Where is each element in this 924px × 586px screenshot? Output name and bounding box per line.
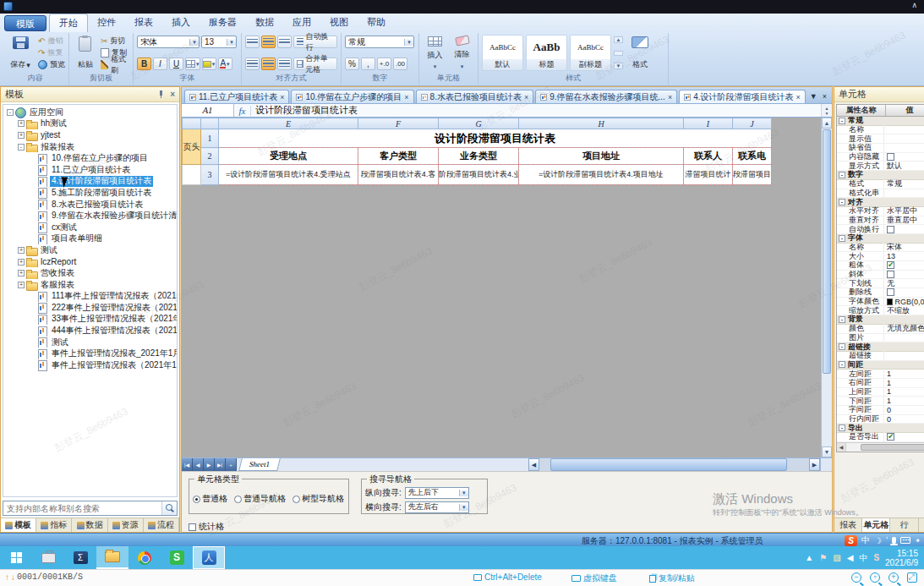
right-panel-tab[interactable]: 列 [919,518,924,532]
horizontal-search-select[interactable]: 先左后右▾ [405,501,469,513]
tab-list-icon[interactable]: ▼ [810,92,817,101]
property-value[interactable]: 1 [884,370,924,378]
sheet-cell[interactable]: 段滞留项目统计表4.客 [358,165,439,185]
taskbar-chrome-app[interactable] [128,546,161,569]
last-sheet-icon[interactable]: ▶| [215,458,226,471]
tree-expander-icon[interactable]: - [7,109,14,116]
scroll-box-icon[interactable] [614,51,623,56]
close-icon[interactable]: × [404,93,408,101]
column-header[interactable]: H [519,118,684,129]
ribbon-tab[interactable]: 插入 [162,14,200,32]
collapse-section-icon[interactable]: - [839,235,845,242]
add-sheet-icon[interactable]: + [226,458,237,471]
next-sheet-icon[interactable]: ▶ [204,458,215,471]
property-value[interactable] [884,153,924,161]
property-value[interactable]: 垂直居中 [884,215,924,226]
decrease-decimal-button[interactable]: .00 [393,58,407,70]
scroll-up-icon[interactable]: ▲ [822,118,832,129]
property-value[interactable]: 默认 [884,161,924,172]
zoom-out-icon[interactable]: − [851,572,861,583]
scroll-up-icon[interactable]: ▲ [614,36,623,43]
band-empty-cell[interactable] [183,165,201,185]
zoom-reset-icon[interactable]: ▫ [870,572,880,583]
collapse-section-icon[interactable]: - [839,361,845,368]
format-button[interactable]: 格式 [626,35,654,71]
tree-expander-icon[interactable]: - [18,144,25,151]
tree-expander-icon[interactable]: + [18,259,25,266]
scrollbar-thumb[interactable] [550,458,788,471]
prev-sheet-icon[interactable]: ◀ [193,458,204,471]
punctuation-icon[interactable]: ’ [886,536,888,545]
column-header[interactable]: G [439,118,519,129]
collapse-section-icon[interactable]: - [839,424,845,431]
font-color-button[interactable]: A▾ [218,58,232,70]
property-grid-hscroll[interactable]: ◀ ▶ [837,442,924,452]
soft-keyboard-icon[interactable] [900,537,910,544]
align-top-button[interactable] [245,36,260,48]
row-number[interactable]: 3 [201,165,219,185]
property-value[interactable]: 常规 [884,178,924,189]
sheet-cell[interactable]: 设计阶段滞留项目统计表 [219,129,772,148]
ribbon-tab[interactable]: 报表 [125,14,162,32]
tree-item[interactable]: + 测试 [3,244,177,256]
tree-item[interactable]: - 应用空间 [3,107,177,118]
volume-icon[interactable]: ◀ [847,553,854,562]
scroll-down-icon[interactable]: ▼ [614,63,623,69]
property-value[interactable]: 0 [884,415,924,424]
percent-button[interactable]: % [345,58,359,70]
tree-item[interactable]: 5.施工阶段滞留项目统计表 [3,187,177,199]
tree-item[interactable]: 事件上报管理情况报表（2021年1月） [3,359,177,371]
close-icon[interactable]: × [524,93,528,101]
pin-icon[interactable] [157,90,165,98]
property-value[interactable]: 无 [884,278,924,289]
document-tab[interactable]: 10.停留在立户步骤的项目 × [291,90,413,103]
tree-item[interactable]: 事件上报管理情况报表_2021年1月 [3,348,177,359]
checkbox-icon[interactable] [887,288,894,296]
tree-expander-icon[interactable]: + [18,132,25,139]
ribbon-tab[interactable]: 服务器 [200,14,246,32]
property-value[interactable]: 宋体 [884,242,924,253]
scroll-right-icon[interactable]: ▶ [809,458,820,471]
formula-input[interactable]: 设计阶段滞留项目统计表 [251,104,821,117]
sheet-cell[interactable]: 受理地点 [219,148,358,165]
tree-expander-icon[interactable]: + [18,282,25,288]
tree-item[interactable]: 11.已立户项目统计表 [3,164,177,176]
property-value[interactable]: 无填充颜色 [884,323,924,334]
taskbar-sogou-app[interactable]: S [161,546,193,569]
chevron-down-icon[interactable]: ▾ [189,39,199,46]
vertical-search-select[interactable]: 先上后下▾ [405,487,469,499]
document-tab[interactable]: 9.停留在水表报验步骤项目统... × [535,90,677,103]
sheet-area[interactable]: EFGHIJ页头1设计阶段滞留项目统计表2受理地点客户类型业务类型项目地址联系人… [182,118,832,457]
search-icon[interactable] [161,501,177,515]
toolbox-icon[interactable]: ✦ [915,537,921,545]
tree-item[interactable]: - 报装报表 [3,141,177,153]
cut-button[interactable]: ✂剪切 [101,36,129,47]
tree-expander-icon[interactable]: + [18,270,25,277]
ribbon-tab[interactable]: 帮助 [358,14,395,32]
tree-item[interactable]: + yjtest [3,129,177,141]
property-value[interactable] [884,261,924,269]
number-format-select[interactable]: 常规▾ [345,36,414,48]
format-painter-button[interactable]: 格式刷 [101,59,129,70]
copy-paste-button[interactable]: 复制/粘贴 [649,572,695,584]
search-input[interactable] [3,501,161,515]
sheet-cell[interactable]: =设计阶段滞留项目统计表4.受理站点 [219,165,358,185]
tree-item[interactable]: 9.停留在水表报验步骤项目统计清单 [3,210,177,222]
tree-item[interactable]: cx测试 [3,222,177,233]
align-center-button[interactable] [261,58,276,70]
italic-button[interactable]: I [153,58,167,70]
close-icon[interactable]: × [280,93,284,101]
tree-expander-icon[interactable]: + [18,120,25,127]
virtual-keyboard-button[interactable]: 虚拟键盘 [571,572,617,584]
warning-icon[interactable]: ▨ [833,553,840,562]
ribbon-tab[interactable]: 数据 [246,14,283,32]
corner-band-header[interactable] [183,118,201,129]
ribbon-tab[interactable]: 控件 [88,14,125,32]
taskbar-clock[interactable]: 15:15 2021/6/9 [885,549,918,567]
property-value[interactable]: 1 [884,379,924,387]
scrollbar-thumb[interactable] [823,129,831,374]
col-header-property[interactable]: 属性名称 [837,105,886,116]
sheet-tab[interactable]: Sheet1 [238,458,281,471]
taskbar-report-designer-app[interactable]: 人 [193,546,225,569]
align-bottom-button[interactable] [277,36,292,48]
